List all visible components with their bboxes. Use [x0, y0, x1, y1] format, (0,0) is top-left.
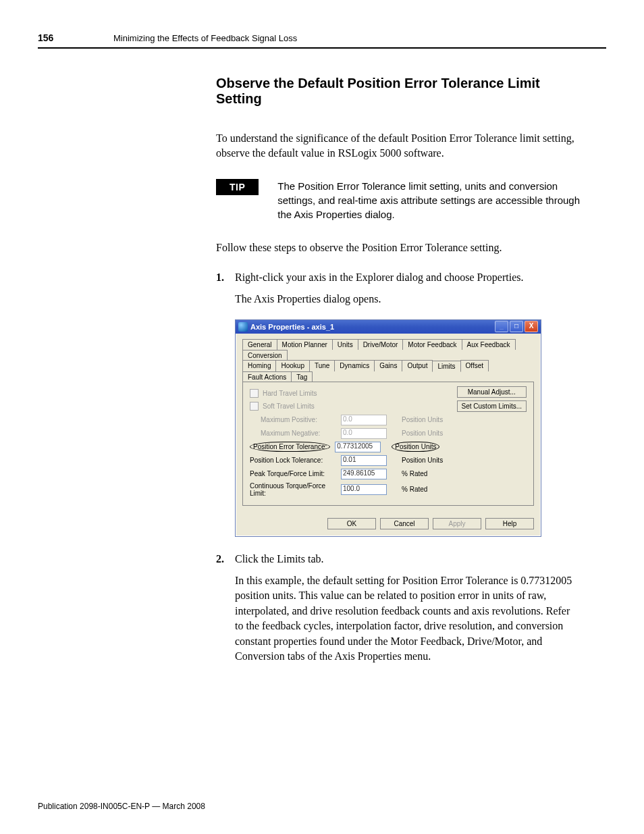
ok-button[interactable]: OK [327, 518, 376, 529]
step-sub-2: In this example, the default setting for… [235, 573, 581, 664]
peak-torque-force-limit-label: Peak Torque/Force Limit: [250, 470, 341, 477]
soft-travel-limits-label: Soft Travel Limits [263, 402, 315, 410]
help-button[interactable]: Help [485, 518, 534, 529]
tab-units[interactable]: Units [332, 339, 358, 350]
hard-travel-limits-checkbox[interactable] [250, 389, 259, 398]
position-lock-tolerance-label: Position Lock Tolerance: [250, 457, 341, 464]
minimize-button[interactable]: _ [495, 321, 508, 332]
tab-limits[interactable]: Limits [432, 361, 460, 372]
tab-aux-feedback[interactable]: Aux Feedback [462, 339, 516, 350]
tab-general[interactable]: General [242, 339, 277, 350]
step-text-2: Click the Limits tab. [235, 552, 324, 567]
position-units-highlight: Position Units [392, 442, 439, 452]
peak-torque-force-limit-unit: % Rated [402, 470, 427, 477]
tab-tag[interactable]: Tag [291, 371, 313, 382]
position-lock-tolerance-input[interactable]: 0.01 [341, 455, 387, 466]
max-positive-input[interactable]: 0.0 [341, 415, 387, 425]
tab-homing[interactable]: Homing [242, 360, 276, 371]
soft-travel-limits-checkbox[interactable] [250, 402, 259, 411]
running-header-title: Minimizing the Effects of Feedback Signa… [113, 33, 297, 43]
manual-adjust-button[interactable]: Manual Adjust... [457, 386, 527, 398]
max-negative-unit: Position Units [402, 429, 443, 437]
tab-fault-actions[interactable]: Fault Actions [242, 371, 292, 382]
axis-properties-dialog: Axis Properties - axis_1 _ □ X General M… [235, 319, 541, 537]
tab-hookup[interactable]: Hookup [275, 360, 309, 371]
position-error-tolerance-unit: Position Units [395, 443, 436, 450]
peak-torque-force-limit-input[interactable]: 249.86105 [341, 469, 387, 479]
position-error-tolerance-highlight: Position Error Tolerance: [250, 442, 330, 452]
tab-dynamics[interactable]: Dynamics [334, 360, 375, 371]
cancel-button[interactable]: Cancel [380, 518, 429, 529]
tip-text: The Position Error Tolerance limit setti… [277, 179, 581, 221]
dialog-title: Axis Properties - axis_1 [250, 323, 334, 331]
max-negative-label: Maximum Negative: [250, 429, 341, 437]
max-positive-unit: Position Units [402, 416, 443, 423]
tab-conversion[interactable]: Conversion [242, 350, 288, 361]
app-icon [238, 322, 248, 332]
maximize-button[interactable]: □ [510, 321, 523, 332]
intro-paragraph: To understand the significance of the de… [216, 131, 581, 160]
tab-motor-feedback[interactable]: Motor Feedback [402, 339, 462, 350]
tab-output[interactable]: Output [402, 360, 433, 371]
section-heading: Observe the Default Position Error Toler… [216, 76, 581, 107]
max-negative-input[interactable]: 0.0 [341, 428, 387, 439]
tab-motion-planner[interactable]: Motion Planner [277, 339, 333, 350]
tab-offset[interactable]: Offset [460, 360, 489, 371]
position-error-tolerance-label: Position Error Tolerance: [253, 443, 327, 450]
tab-drive-motor[interactable]: Drive/Motor [358, 339, 404, 350]
step-text-1: Right-click your axis in the Explorer di… [235, 270, 523, 285]
publication-footer: Publication 2098-IN005C-EN-P — March 200… [38, 802, 205, 811]
position-lock-tolerance-unit: Position Units [402, 457, 443, 464]
continuous-torque-force-limit-input[interactable]: 100.0 [341, 484, 387, 495]
position-error-tolerance-input[interactable]: 0.77312005 [335, 442, 381, 452]
page-number: 156 [38, 32, 113, 43]
step-sub-1: The Axis Properties dialog opens. [235, 292, 581, 307]
tip-badge: TIP [216, 179, 259, 195]
set-custom-limits-button[interactable]: Set Custom Limits... [457, 400, 527, 412]
tab-tune[interactable]: Tune [309, 360, 335, 371]
tip-block: TIP The Position Error Tolerance limit s… [216, 179, 581, 221]
hard-travel-limits-label: Hard Travel Limits [263, 390, 317, 397]
close-button[interactable]: X [525, 321, 538, 332]
follow-steps-paragraph: Follow these steps to observe the Positi… [216, 240, 581, 255]
page-header: 156 Minimizing the Effects of Feedback S… [38, 32, 606, 49]
apply-button[interactable]: Apply [433, 518, 481, 529]
tab-gains[interactable]: Gains [374, 360, 402, 371]
step-number-1: 1. [216, 271, 235, 284]
max-positive-label: Maximum Positive: [250, 416, 341, 423]
continuous-torque-force-limit-unit: % Rated [402, 486, 427, 493]
step-number-2: 2. [216, 553, 235, 565]
continuous-torque-force-limit-label: Continuous Torque/Force Limit: [250, 482, 341, 497]
dialog-titlebar[interactable]: Axis Properties - axis_1 _ □ X [236, 320, 541, 334]
